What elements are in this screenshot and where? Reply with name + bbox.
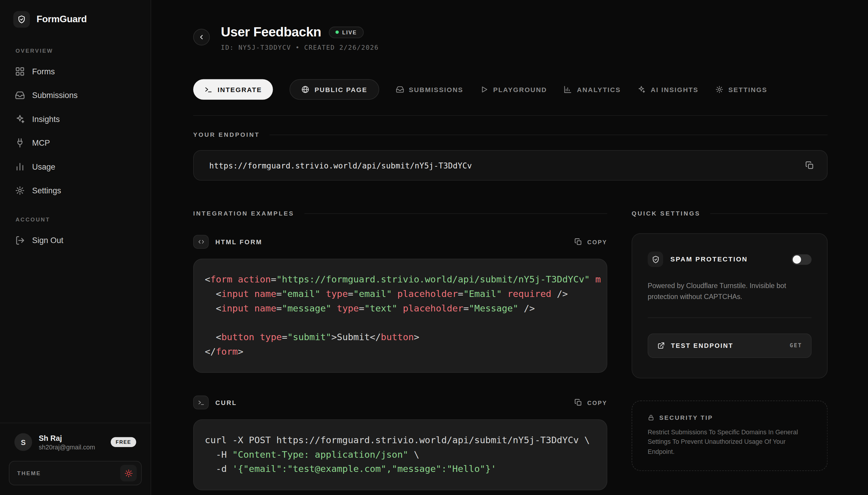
copy-label: COPY	[587, 239, 607, 245]
tab-analytics[interactable]: ANALYTICS	[564, 79, 621, 100]
page-title: User Feedbackn	[221, 24, 321, 40]
tab-label: AI INSIGHTS	[651, 86, 698, 93]
sidebar-item-label: Forms	[32, 67, 55, 75]
inbox-icon	[395, 85, 404, 93]
endpoint-section-head: YOUR ENDPOINT	[193, 131, 828, 138]
content-columns: INTEGRATION EXAMPLES HTML FORMCOPY<form …	[193, 210, 828, 490]
section-rule	[710, 213, 828, 214]
test-endpoint-button[interactable]: TEST ENDPOINT GET	[648, 334, 812, 358]
example-title: CURL	[215, 399, 567, 406]
sidebar-item-settings[interactable]: Settings	[9, 178, 142, 202]
sidebar-item-mcp[interactable]: MCP	[9, 131, 142, 155]
sidebar-nav: OVERVIEWFormsSubmissionsInsightsMCPUsage…	[0, 28, 150, 423]
integration-section-head: INTEGRATION EXAMPLES	[193, 210, 607, 217]
tab-public-page[interactable]: PUBLIC PAGE	[290, 79, 379, 100]
terminal-icon	[193, 395, 209, 409]
nav-section-label: OVERVIEW	[15, 48, 142, 54]
endpoint-copy-button[interactable]	[799, 155, 819, 175]
bar-chart-icon	[15, 161, 25, 171]
theme-toggle-button[interactable]	[120, 465, 137, 481]
tab-label: PLAYGROUND	[493, 86, 547, 93]
back-button[interactable]	[193, 29, 210, 45]
sidebar-item-label: Settings	[32, 186, 61, 195]
shield-check-icon	[648, 252, 663, 267]
sidebar-item-label: Submissions	[32, 90, 78, 100]
code-block: <form action="https://formguard.strivio.…	[193, 259, 607, 373]
security-tip-header: SECURITY TIP	[648, 414, 812, 421]
divider	[193, 115, 828, 116]
code-line: </form>	[205, 345, 596, 359]
copy-icon	[805, 161, 814, 170]
quick-settings-section-head: QUICK SETTINGS	[632, 210, 828, 217]
code-line: <input name="message" type="text" placeh…	[205, 301, 596, 316]
sidebar-item-forms[interactable]: Forms	[9, 59, 142, 83]
toggle-knob	[793, 255, 801, 263]
lock-icon	[648, 414, 654, 421]
quick-settings-column: QUICK SETTINGS SPAM PROTECTION Powered b…	[632, 210, 828, 471]
integration-example-curl: CURLCOPYcurl -X POST https://formguard.s…	[193, 395, 607, 490]
code-line: <input name="email" type="email" placeho…	[205, 287, 596, 301]
tab-ai-insights[interactable]: AI INSIGHTS	[637, 79, 698, 100]
plug-icon	[15, 138, 25, 148]
integration-section-label: INTEGRATION EXAMPLES	[193, 210, 294, 217]
shield-logo-icon	[13, 11, 30, 28]
sidebar-bottom: S Sh Raj sh20raj@gmail.com FREE THEME	[0, 423, 150, 495]
plan-badge: FREE	[111, 437, 136, 447]
integration-column: INTEGRATION EXAMPLES HTML FORMCOPY<form …	[193, 210, 607, 490]
avatar: S	[15, 433, 32, 451]
tab-integrate[interactable]: INTEGRATE	[193, 79, 273, 100]
page-header: User Feedbackn LIVE ID: NY5J-T3DDYCV • C…	[193, 24, 828, 52]
code-line: curl -X POST https://formguard.strivio.w…	[205, 433, 596, 448]
sidebar-item-label: Insights	[32, 114, 60, 123]
sparkles-icon	[15, 114, 25, 124]
code-line: <button type="submit">Submit</button>	[205, 330, 596, 345]
code-line: <form action="https://formguard.strivio.…	[205, 273, 596, 287]
analytics-chart-icon	[564, 85, 572, 93]
theme-label: THEME	[17, 470, 41, 476]
sun-icon	[124, 469, 132, 477]
terminal-icon	[204, 85, 212, 93]
code-line	[205, 316, 596, 330]
copy-icon	[574, 238, 582, 246]
spam-protection-header: SPAM PROTECTION	[648, 252, 812, 267]
tab-label: ANALYTICS	[577, 86, 621, 93]
code-line: -d '{"email":"test@example.com","message…	[205, 462, 596, 477]
code-block: curl -X POST https://formguard.strivio.w…	[193, 419, 607, 490]
spam-protection-description: Powered by Cloudflare Turnstile. Invisib…	[648, 280, 812, 303]
quick-settings-section-label: QUICK SETTINGS	[632, 210, 701, 217]
spam-protection-toggle[interactable]	[792, 254, 812, 265]
live-dot-icon	[336, 31, 339, 34]
nav-section-label: ACCOUNT	[15, 217, 142, 223]
tab-bar: INTEGRATEPUBLIC PAGESUBMISSIONSPLAYGROUN…	[193, 79, 828, 100]
user-name: Sh Raj	[39, 434, 104, 442]
example-header: HTML FORMCOPY	[193, 235, 607, 249]
tab-submissions[interactable]: SUBMISSIONS	[395, 79, 463, 100]
theme-selector: THEME	[9, 461, 142, 485]
endpoint-url: https://formguard.strivio.world/api/subm…	[209, 161, 799, 170]
app-name: FormGuard	[36, 14, 87, 25]
tab-label: SETTINGS	[728, 86, 767, 93]
section-rule	[304, 213, 607, 214]
nav-section: ACCOUNTSign Out	[9, 217, 142, 252]
code-line: -H "Content-Type: application/json" \	[205, 448, 596, 462]
sidebar-item-insights[interactable]: Insights	[9, 107, 142, 131]
http-method-badge: GET	[790, 342, 802, 348]
sidebar-item-sign-out[interactable]: Sign Out	[9, 228, 142, 252]
sign-out-icon	[15, 235, 25, 245]
sidebar-item-submissions[interactable]: Submissions	[9, 83, 142, 107]
integration-examples: HTML FORMCOPY<form action="https://formg…	[193, 235, 607, 490]
sidebar-item-usage[interactable]: Usage	[9, 155, 142, 178]
tab-settings[interactable]: SETTINGS	[715, 79, 767, 100]
tab-label: SUBMISSIONS	[409, 86, 463, 93]
app-logo[interactable]: FormGuard	[0, 0, 150, 28]
app-root: FormGuard OVERVIEWFormsSubmissionsInsigh…	[0, 0, 868, 495]
example-header: CURLCOPY	[193, 395, 607, 409]
sidebar-item-label: Sign Out	[32, 236, 64, 244]
copy-button[interactable]: COPY	[574, 398, 607, 407]
gear-icon	[15, 185, 25, 195]
copy-button[interactable]: COPY	[574, 238, 607, 246]
tab-label: INTEGRATE	[217, 86, 262, 93]
tab-playground[interactable]: PLAYGROUND	[480, 79, 547, 100]
user-card[interactable]: S Sh Raj sh20raj@gmail.com FREE	[9, 430, 142, 454]
sparkles-icon	[637, 85, 645, 93]
